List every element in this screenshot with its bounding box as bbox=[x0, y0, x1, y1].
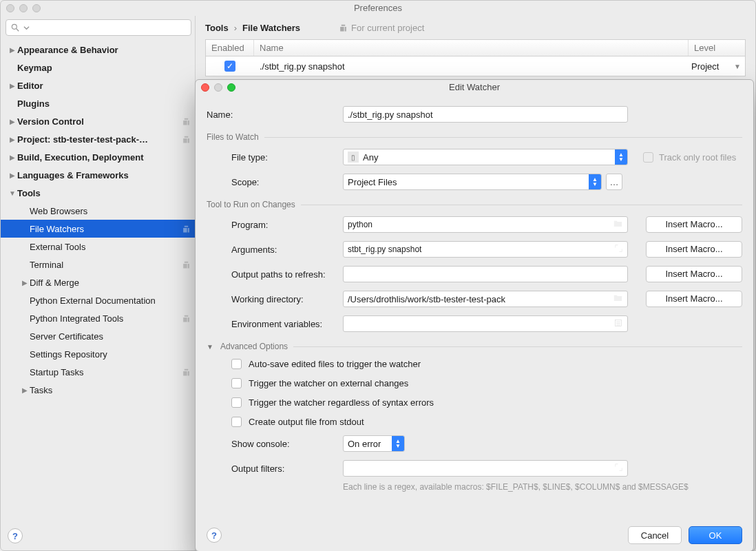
show-console-label: Show console: bbox=[207, 439, 343, 449]
svg-rect-2 bbox=[615, 320, 621, 326]
checkbox-icon[interactable] bbox=[231, 378, 242, 388]
working-dir-label: Working directory: bbox=[207, 294, 343, 304]
svg-line-1 bbox=[17, 29, 19, 32]
program-label: Program: bbox=[207, 220, 343, 230]
chevron-down-icon bbox=[23, 25, 30, 31]
scope-combo[interactable]: Project Files ▲▼ bbox=[343, 174, 602, 190]
row-name: ./stbt_rig.py snapshot bbox=[254, 61, 689, 72]
sidebar-item-tools[interactable]: ▼Tools bbox=[1, 184, 195, 202]
sidebar-item-terminal[interactable]: Terminal bbox=[1, 256, 195, 273]
sidebar-item-keymap[interactable]: Keymap bbox=[1, 59, 195, 76]
insert-macro-button[interactable]: Insert Macro... bbox=[646, 216, 742, 233]
opt-stdout[interactable]: Create output file from stdout bbox=[207, 412, 742, 431]
col-level[interactable]: Level bbox=[689, 40, 745, 56]
dialog-traffic-lights bbox=[201, 83, 235, 92]
checkbox-icon[interactable] bbox=[231, 417, 242, 427]
working-dir-field[interactable]: /Users/drothlis/work/stb-tester-test-pac… bbox=[343, 291, 628, 307]
opt-autosave[interactable]: Auto-save edited files to trigger the wa… bbox=[207, 354, 742, 373]
output-paths-label: Output paths to refresh: bbox=[207, 269, 343, 280]
env-label: Environment variables: bbox=[207, 319, 343, 329]
sidebar-item-external-tools[interactable]: External Tools bbox=[1, 238, 195, 256]
row-level[interactable]: Project▼ bbox=[689, 61, 745, 72]
checkbox-icon[interactable] bbox=[231, 359, 242, 369]
chevron-down-icon: ▼ bbox=[207, 343, 215, 351]
sidebar-item-build[interactable]: ▶Build, Execution, Deployment bbox=[1, 148, 195, 166]
sidebar-item-python-doc[interactable]: Python External Documentation bbox=[1, 291, 195, 309]
list-icon[interactable] bbox=[613, 318, 623, 330]
dialog-footer: ? Cancel OK bbox=[207, 526, 742, 544]
col-name[interactable]: Name bbox=[254, 40, 689, 56]
sidebar-item-settings-repo[interactable]: Settings Repository bbox=[1, 345, 195, 363]
sidebar-item-server-certs[interactable]: Server Certificates bbox=[1, 327, 195, 345]
program-field[interactable]: python bbox=[343, 216, 628, 233]
expand-icon[interactable] bbox=[614, 463, 623, 474]
output-paths-field[interactable] bbox=[343, 266, 628, 282]
files-section-header: Files to Watch bbox=[207, 132, 742, 142]
combo-arrows-icon: ▲▼ bbox=[589, 174, 601, 190]
dialog-titlebar: Edit Watcher bbox=[196, 80, 753, 95]
table-header: Enabled Name Level bbox=[206, 40, 745, 56]
col-enabled[interactable]: Enabled bbox=[206, 40, 254, 56]
traffic-zoom-icon[interactable] bbox=[32, 4, 41, 12]
scope-label: Scope: bbox=[207, 177, 343, 187]
project-scope-icon bbox=[182, 368, 191, 377]
sidebar-tree: ▶Appearance & Behavior Keymap ▶Editor Pl… bbox=[1, 39, 195, 550]
sidebar-item-editor[interactable]: ▶Editor bbox=[1, 76, 195, 94]
enabled-checkbox[interactable]: ✓ bbox=[224, 61, 235, 72]
insert-macro-button[interactable]: Insert Macro... bbox=[646, 266, 742, 282]
opt-external-changes[interactable]: Trigger the watcher on external changes bbox=[207, 373, 742, 393]
sidebar-item-file-watchers[interactable]: File Watchers bbox=[1, 220, 195, 238]
opt-syntax-errors[interactable]: Trigger the watcher regardless of syntax… bbox=[207, 393, 742, 412]
arguments-label: Arguments: bbox=[207, 245, 343, 255]
expand-icon[interactable] bbox=[614, 244, 623, 255]
project-scope-icon bbox=[182, 225, 191, 233]
sidebar-item-vcs[interactable]: ▶Version Control bbox=[1, 112, 195, 130]
output-filters-label: Output filters: bbox=[207, 464, 343, 474]
preferences-titlebar: Preferences bbox=[1, 1, 755, 16]
edit-watcher-dialog: Edit Watcher Name: ./stbt_rig.py snapsho… bbox=[195, 79, 754, 551]
ok-button[interactable]: OK bbox=[689, 526, 742, 544]
sidebar-item-startup-tasks[interactable]: Startup Tasks bbox=[1, 363, 195, 381]
show-console-combo[interactable]: On error ▲▼ bbox=[343, 435, 405, 452]
env-field[interactable] bbox=[343, 315, 628, 332]
watchers-table: Enabled Name Level ✓ ./stbt_rig.py snaps… bbox=[205, 39, 746, 76]
advanced-section-header[interactable]: ▼Advanced Options bbox=[207, 342, 742, 351]
search-input[interactable] bbox=[6, 19, 191, 36]
folder-icon[interactable] bbox=[613, 218, 623, 231]
sidebar-item-diff-merge[interactable]: ▶Diff & Merge bbox=[1, 273, 195, 291]
sidebar-item-plugins[interactable]: Plugins bbox=[1, 94, 195, 112]
traffic-close-icon[interactable] bbox=[6, 4, 14, 12]
project-scope-icon bbox=[182, 314, 191, 323]
checkbox-icon[interactable] bbox=[231, 397, 242, 408]
cancel-button[interactable]: Cancel bbox=[628, 526, 682, 544]
arguments-field[interactable]: stbt_rig.py snapshot bbox=[343, 241, 628, 258]
table-row[interactable]: ✓ ./stbt_rig.py snapshot Project▼ bbox=[206, 56, 745, 76]
insert-macro-button[interactable]: Insert Macro... bbox=[646, 241, 742, 258]
project-scope-icon bbox=[182, 260, 191, 269]
project-scope-icon bbox=[339, 23, 348, 32]
file-icon: ▯ bbox=[348, 152, 359, 163]
zoom-icon[interactable] bbox=[227, 83, 235, 92]
chevron-right-icon: › bbox=[234, 23, 237, 33]
sidebar-item-project[interactable]: ▶Project: stb-tester-test-pack-… bbox=[1, 130, 195, 148]
output-filters-field[interactable] bbox=[343, 460, 628, 477]
close-icon[interactable] bbox=[201, 83, 209, 92]
sidebar-item-appearance[interactable]: ▶Appearance & Behavior bbox=[1, 41, 195, 59]
sidebar-item-tasks[interactable]: ▶Tasks bbox=[1, 381, 195, 399]
name-field[interactable]: ./stbt_rig.py snapshot bbox=[343, 106, 628, 123]
scope-edit-button[interactable]: … bbox=[606, 174, 622, 190]
filters-hint: Each line is a regex, available macros: … bbox=[207, 482, 742, 492]
help-button[interactable]: ? bbox=[207, 528, 222, 543]
insert-macro-button[interactable]: Insert Macro... bbox=[646, 291, 742, 307]
help-button[interactable]: ? bbox=[8, 528, 23, 543]
sidebar-item-web-browsers[interactable]: Web Browsers bbox=[1, 202, 195, 220]
breadcrumb-tools[interactable]: Tools bbox=[205, 23, 229, 33]
traffic-minimize-icon[interactable] bbox=[19, 4, 28, 12]
file-type-combo[interactable]: ▯ Any ▲▼ bbox=[343, 149, 628, 165]
project-scope-icon bbox=[182, 135, 191, 144]
sidebar-item-languages[interactable]: ▶Languages & Frameworks bbox=[1, 166, 195, 184]
sidebar-item-python-tools[interactable]: Python Integrated Tools bbox=[1, 309, 195, 327]
tool-section-header: Tool to Run on Changes bbox=[207, 200, 742, 209]
folder-icon[interactable] bbox=[613, 293, 623, 305]
track-root-files: Track only root files bbox=[643, 152, 736, 163]
